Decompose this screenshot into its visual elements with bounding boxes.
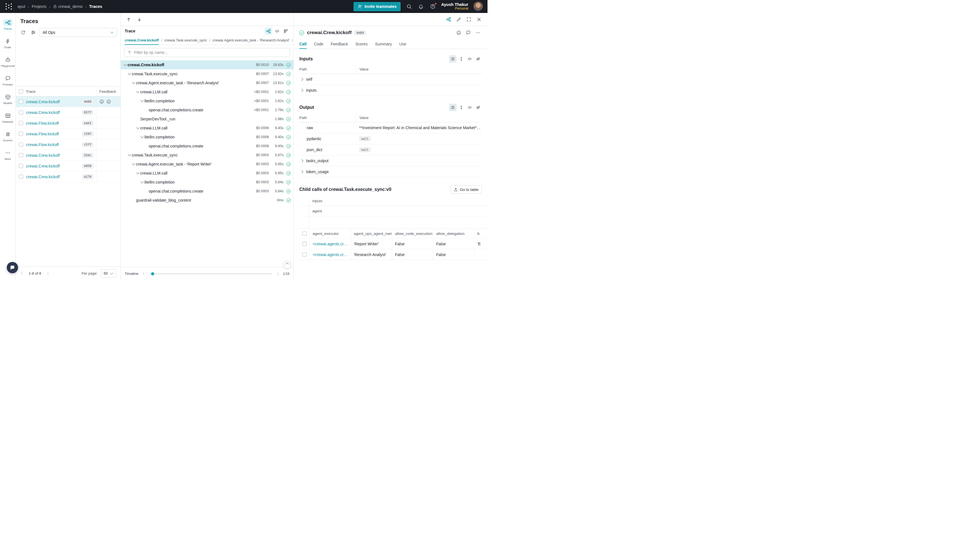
chat-support-button[interactable] <box>7 262 18 273</box>
feedback-positive-icon[interactable] <box>99 99 104 104</box>
trace-row[interactable]: crewai.Crew.kickoffe058 <box>16 161 120 172</box>
trace-link[interactable]: crewai.Crew.kickoff <box>26 164 60 168</box>
tab-call[interactable]: Call <box>299 40 307 49</box>
output-row[interactable]: json_dict null <box>299 144 482 155</box>
per-page-select[interactable]: 50 <box>101 269 117 278</box>
trace-link[interactable]: crewai.Crew.kickoff <box>26 110 60 115</box>
caret-down-icon[interactable] <box>127 153 132 157</box>
expand-button[interactable] <box>465 15 473 23</box>
breadcrumb-team[interactable]: ayut <box>17 4 25 9</box>
list-view-button[interactable] <box>449 104 456 111</box>
code-view-button[interactable] <box>273 27 281 35</box>
tab-scores[interactable]: Scores <box>356 40 368 49</box>
hide-values-button[interactable] <box>474 55 482 63</box>
op-filter-input[interactable] <box>134 50 287 55</box>
child-call-row[interactable]: <crewai.agents.cre... 'Research Analyst'… <box>299 249 488 260</box>
code-format-button[interactable] <box>466 104 473 111</box>
trace-tree-row[interactable]: crewai.Crew.kickoff $0.0010 19.83s <box>121 60 294 69</box>
code-format-button[interactable] <box>466 55 473 63</box>
path-tab[interactable]: crewai.Crew.kickoff <box>125 36 159 45</box>
sidebar-item-evals[interactable]: Evals <box>0 35 15 51</box>
trace-row[interactable]: crewai.Flow.kickoffeab1 <box>16 118 120 128</box>
expand-rows-button[interactable] <box>457 104 465 111</box>
list-view-button[interactable] <box>449 55 456 63</box>
sidebar-item-traces[interactable]: Traces <box>0 17 15 33</box>
trace-tree-row[interactable]: litellm.completion $0.0003 5.84s <box>121 178 294 187</box>
hide-values-button[interactable] <box>474 104 482 111</box>
trace-tree-row[interactable]: litellm.completion $0.0006 9.40s <box>121 133 294 142</box>
feedback-negative-icon[interactable] <box>106 99 111 104</box>
trace-tree-row[interactable]: SerperDevTool._run 1.66s <box>121 115 294 123</box>
sidebar-item-playground[interactable]: Playground <box>0 53 15 70</box>
expand-rows-button[interactable] <box>457 55 465 63</box>
caret-right-icon[interactable] <box>300 170 304 174</box>
timeline-slider[interactable] <box>150 273 272 274</box>
edit-button[interactable] <box>455 15 462 23</box>
trace-tree-row[interactable]: openai.chat.completions.create $0.0003 5… <box>121 187 294 196</box>
next-page-button[interactable] <box>45 271 50 276</box>
breadcrumb-projects[interactable]: Projects <box>32 4 46 9</box>
trace-row[interactable]: crewai.Crew.kickoffa17d <box>16 172 120 182</box>
tab-feedback[interactable]: Feedback <box>331 40 348 49</box>
tree-view-button[interactable] <box>265 27 272 35</box>
row-checkbox[interactable] <box>302 242 307 246</box>
trace-row[interactable]: crewai.Flow.kickoffc59f <box>16 128 120 139</box>
path-tab[interactable]: crewai.Agent.execute_task - 'Research An… <box>212 36 289 45</box>
trace-link[interactable]: crewai.Flow.kickoff <box>26 121 59 125</box>
overflow-menu-button[interactable] <box>474 29 482 37</box>
prev-page-button[interactable] <box>20 271 25 276</box>
trace-tree-row[interactable]: litellm.completion <$0.0001 2.82s <box>121 97 294 105</box>
trace-tree-row[interactable]: crewai.Task.execute_sync $0.0003 5.87s <box>121 150 294 160</box>
trace-tree-row[interactable]: crewai.LLM.call $0.0003 5.85s <box>121 168 294 178</box>
input-row[interactable]: inputs <box>299 85 482 96</box>
trace-tree-row[interactable]: guardrail-validate_blog_content 0ms <box>121 196 294 205</box>
caret-down-icon[interactable] <box>127 72 132 76</box>
sidebar-item-models[interactable]: Models <box>0 91 15 107</box>
trace-row[interactable]: crewai.Flow.kickoffc5ff <box>16 139 120 150</box>
caret-down-icon[interactable] <box>140 99 144 103</box>
notifications-bell-icon[interactable] <box>417 3 424 10</box>
caret-down-icon[interactable] <box>132 162 136 167</box>
agent-executor-link[interactable]: <crewai.agents.cre... <box>312 252 348 257</box>
add-comment-button[interactable] <box>464 29 472 37</box>
sidebar-item-prompts[interactable]: Prompts <box>0 72 15 88</box>
caret-down-icon[interactable] <box>136 126 140 130</box>
help-icon[interactable] <box>429 3 436 10</box>
trace-row[interactable]: crewai.Crew.kickoff657f <box>16 107 120 118</box>
timeline-prev-button[interactable] <box>141 271 147 277</box>
agent-executor-link[interactable]: <crewai.agents.cre... <box>312 242 348 246</box>
add-reaction-button[interactable] <box>455 29 462 37</box>
caret-down-icon[interactable] <box>136 171 140 175</box>
row-checkbox[interactable] <box>19 121 23 125</box>
previous-trace-button[interactable] <box>125 15 133 23</box>
caret-down-icon[interactable] <box>136 90 140 94</box>
invite-teammates-button[interactable]: Invite teammates <box>354 2 401 11</box>
trace-link[interactable]: crewai.Flow.kickoff <box>26 142 59 147</box>
flame-view-button[interactable] <box>282 27 289 35</box>
trace-row[interactable]: crewai.Crew.kickoff9d89 <box>16 97 120 107</box>
caret-right-icon[interactable] <box>300 77 304 81</box>
avatar[interactable] <box>473 2 483 11</box>
select-all-checkbox[interactable] <box>19 89 23 93</box>
ops-filter-select[interactable]: All Ops <box>40 28 117 37</box>
column-settings-button[interactable] <box>29 28 37 37</box>
search-icon[interactable] <box>406 3 412 10</box>
sidebar-item-scorers[interactable]: Scorers <box>0 128 15 144</box>
row-checkbox[interactable] <box>19 164 23 168</box>
row-checkbox[interactable] <box>19 110 23 115</box>
breadcrumb-project[interactable]: crewai_demo <box>53 4 83 9</box>
tab-code[interactable]: Code <box>314 40 323 49</box>
tab-summary[interactable]: Summary <box>375 40 392 49</box>
collapse-timeline-button[interactable] <box>283 261 291 269</box>
caret-down-icon[interactable] <box>140 135 144 139</box>
trace-link[interactable]: crewai.Crew.kickoff <box>26 100 60 104</box>
trace-tree-row[interactable]: crewai.Task.execute_sync $0.0007 13.92s <box>121 69 294 78</box>
go-to-table-button[interactable]: Go to table <box>450 185 482 194</box>
trace-tree-row[interactable]: crewai.LLM.call <$0.0001 2.82s <box>121 87 294 97</box>
caret-down-icon[interactable] <box>132 81 136 85</box>
row-checkbox[interactable] <box>302 252 307 257</box>
row-checkbox[interactable] <box>19 142 23 147</box>
tab-use[interactable]: Use <box>399 40 406 49</box>
row-checkbox[interactable] <box>19 175 23 179</box>
breadcrumb-page[interactable]: Traces <box>89 4 102 9</box>
